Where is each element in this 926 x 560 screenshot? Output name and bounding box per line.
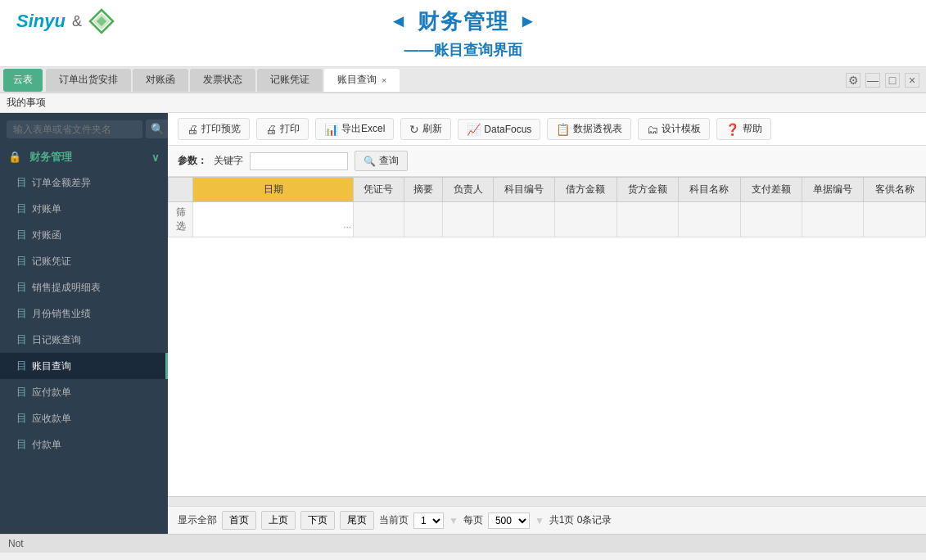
sidebar-item-account-letter[interactable]: 目 对账函 (0, 222, 168, 248)
sidebar-section-finance[interactable]: 🔒 财务管理 ∨ (0, 145, 168, 169)
col-voucher: 凭证号 (354, 178, 404, 202)
main-title: 财务管理 (418, 7, 509, 36)
filter-pay-diff-cell (740, 202, 802, 237)
tab-gear-btn[interactable]: ⚙ (846, 73, 861, 88)
content-area: 🖨 打印预览 🖨 打印 📊 导出Excel ↻ 刷新 📈 DataF (168, 113, 926, 534)
col-date: 日期 (193, 178, 354, 202)
params-bar: 参数： 关键字 🔍 查询 (168, 146, 926, 177)
per-page-label: 每页 (463, 513, 483, 527)
datafocus-button[interactable]: 📈 DataFocus (458, 119, 540, 140)
filter-subject-name-cell (679, 202, 740, 237)
menu-bar: 我的事项 (0, 93, 926, 113)
filter-credit-cell (617, 202, 678, 237)
design-button[interactable]: 🗂 设计模板 (638, 118, 710, 140)
next-page-button[interactable]: 下页 (300, 511, 335, 530)
tab-invoice[interactable]: 发票状态 (190, 69, 255, 92)
sidebar-item-payable[interactable]: 目 应付款单 (0, 379, 168, 405)
tab-controls: ⚙ — □ × (846, 73, 919, 88)
sidebar-item-label-0: 订单金额差异 (32, 176, 91, 190)
params-label: 参数： (178, 154, 207, 168)
sidebar-item-account-statement[interactable]: 目 对账单 (0, 196, 168, 222)
current-page-select[interactable]: 1 (413, 513, 444, 529)
current-page-label: 当前页 (379, 513, 409, 527)
sidebar-search-input[interactable] (7, 120, 142, 138)
sidebar-item-icon-7: 目 (16, 359, 27, 373)
sidebar-item-label-5: 月份销售业绩 (32, 307, 91, 321)
design-icon: 🗂 (647, 123, 658, 136)
logo-ampersand: & (72, 13, 82, 30)
tab-order[interactable]: 订单出货安排 (46, 69, 131, 92)
sidebar-item-payment[interactable]: 目 付款单 (0, 431, 168, 458)
tab-close-icon[interactable]: × (382, 75, 386, 85)
sidebar: 🔍 🔒 财务管理 ∨ 目 订单金额差异 目 对账单 目 对账函 (0, 113, 168, 534)
sidebar-item-icon-0: 目 (16, 175, 27, 190)
app-container: 云表 订单出货安排 对账函 发票状态 记账凭证 账目查询 × ⚙ — □ × 我… (0, 67, 926, 534)
print-preview-button[interactable]: 🖨 打印预览 (178, 118, 250, 140)
sidebar-item-receivable[interactable]: 目 应收款单 (0, 405, 168, 431)
datafocus-icon: 📈 (467, 123, 481, 136)
help-icon: ❓ (725, 123, 739, 136)
first-page-button[interactable]: 首页 (222, 511, 256, 530)
export-excel-button[interactable]: 📊 导出Excel (315, 118, 394, 140)
sidebar-item-sales-detail[interactable]: 目 销售提成明细表 (0, 274, 168, 300)
header-subtitle: ——账目查询界面 (404, 40, 522, 60)
window-close-btn[interactable]: × (905, 73, 919, 88)
last-page-button[interactable]: 尾页 (340, 511, 374, 530)
sidebar-item-icon-9: 目 (16, 411, 27, 426)
print-preview-icon: 🖨 (187, 123, 198, 136)
sidebar-item-journal[interactable]: 目 日记账查询 (0, 327, 168, 353)
col-doc-num: 单据编号 (802, 178, 863, 202)
per-page-select[interactable]: 500 (488, 513, 530, 529)
sidebar-section-label: 财务管理 (29, 151, 72, 163)
params-search-button[interactable]: 🔍 查询 (355, 151, 408, 171)
refresh-icon: ↻ (409, 123, 419, 136)
refresh-button[interactable]: ↻ 刷新 (400, 118, 451, 140)
filter-date-menu-icon[interactable]: ··· (343, 221, 351, 233)
pivot-icon: 📋 (556, 123, 570, 136)
params-keyword-input[interactable] (250, 152, 348, 170)
prev-page-button[interactable]: 上页 (261, 511, 296, 530)
tab-account-query[interactable]: 账目查询 × (324, 69, 400, 92)
pivot-button[interactable]: 📋 数据透视表 (547, 118, 631, 140)
filter-label-cell: 筛选 (169, 202, 193, 237)
sidebar-item-icon-1: 目 (16, 201, 27, 216)
tab-voucher[interactable]: 记账凭证 (257, 69, 323, 92)
sidebar-item-label-1: 对账单 (32, 202, 61, 216)
show-all-label: 显示全部 (178, 513, 217, 527)
table-container: 日期 凭证号 摘要 负责人 科目编号 借方金额 货方金额 科目名称 支付差额 单… (168, 177, 926, 496)
sidebar-item-label-6: 日记账查询 (32, 333, 81, 347)
horizontal-scrollbar[interactable] (168, 496, 926, 506)
sidebar-item-icon-4: 目 (16, 280, 27, 295)
sidebar-item-label-3: 记账凭证 (32, 255, 71, 269)
header: Sinyu & ◄ 财务管理 ► ——账目查询界面 (0, 0, 926, 67)
footer-bar: 显示全部 首页 上页 下页 尾页 当前页 1 ▼ 每页 500 ▼ 共1页 0条… (168, 506, 926, 534)
col-credit: 货方金额 (617, 178, 678, 202)
window-restore-btn[interactable]: □ (885, 73, 900, 88)
logo-diamond-icon (88, 8, 115, 34)
filter-date-cell[interactable]: ··· (193, 202, 354, 237)
tab-account-letter[interactable]: 对账函 (133, 69, 188, 92)
sidebar-item-account-query[interactable]: 目 账目查询 (0, 353, 168, 379)
sidebar-item-order-diff[interactable]: 目 订单金额差异 (0, 169, 168, 196)
filter-voucher-cell (354, 202, 404, 237)
my-tasks-label: 我的事项 (7, 96, 46, 110)
header-title-block: ◄ 财务管理 ► (390, 7, 537, 36)
search-icon: 🔍 (364, 156, 376, 167)
filter-person-cell (443, 202, 494, 237)
filter-date-input[interactable] (195, 206, 351, 221)
sidebar-item-label-8: 应付款单 (32, 386, 71, 400)
sidebar-item-label-2: 对账函 (32, 228, 61, 242)
print-button[interactable]: 🖨 打印 (256, 118, 309, 140)
footer-sep-1: ▼ (449, 515, 458, 526)
sidebar-item-monthly-sales[interactable]: 目 月份销售业绩 (0, 300, 168, 327)
help-button[interactable]: ❓ 帮助 (716, 118, 771, 140)
window-minimize-btn[interactable]: — (865, 73, 880, 88)
sidebar-item-icon-10: 目 (16, 437, 27, 452)
filter-subject-code-cell (493, 202, 554, 237)
filter-doc-num-cell (802, 202, 863, 237)
sidebar-search-button[interactable]: 🔍 (146, 120, 169, 138)
sidebar-search-area: 🔍 (0, 113, 168, 145)
sidebar-item-voucher[interactable]: 目 记账凭证 (0, 248, 168, 274)
sidebar-item-icon-3: 目 (16, 254, 27, 269)
tab-home[interactable]: 云表 (3, 69, 43, 92)
